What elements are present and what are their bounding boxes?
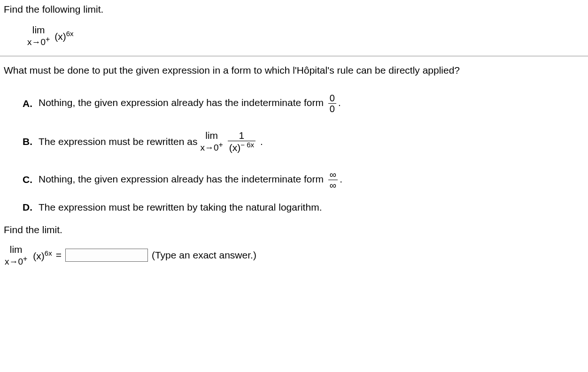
- lim-approach: x→0+: [27, 35, 50, 47]
- final-lim-body: (x)6x: [33, 249, 52, 262]
- intro-text: Find the following limit.: [4, 4, 588, 15]
- choice-b-fraction: 1 (x)− 6x: [228, 130, 255, 153]
- limit-expression: lim x→0+ (x)6x: [4, 24, 588, 47]
- choice-b-label: B.: [23, 136, 39, 147]
- choice-a-label: A.: [23, 98, 39, 109]
- question-text: What must be done to put the given expre…: [4, 65, 588, 76]
- fraction-inf-over-inf: ∞ ∞: [328, 169, 338, 190]
- choice-b[interactable]: B. The expression must be rewritten as l…: [23, 130, 588, 153]
- lim-label: lim: [27, 24, 50, 35]
- equals-sign: =: [56, 250, 62, 261]
- find-limit-heading: Find the limit.: [4, 224, 588, 235]
- choice-d-text: The expression must be rewritten by taki…: [39, 202, 322, 213]
- answer-row: lim x→0+ (x)6x = (Type an exact answer.): [5, 244, 588, 267]
- choice-b-lim: lim x→0+: [200, 130, 223, 153]
- lim-body: (x)6x: [54, 30, 73, 42]
- final-lim: lim x→0+: [5, 244, 27, 267]
- answer-hint: (Type an exact answer.): [152, 250, 256, 261]
- choice-c-label: C.: [23, 174, 39, 185]
- choice-c-text: Nothing, the given expression already ha…: [39, 169, 342, 190]
- choice-d[interactable]: D. The expression must be rewritten by t…: [23, 202, 588, 213]
- divider: [0, 56, 588, 56]
- choice-c[interactable]: C. Nothing, the given expression already…: [23, 169, 588, 190]
- answer-input[interactable]: [65, 249, 148, 262]
- choice-a[interactable]: A. Nothing, the given expression already…: [23, 93, 588, 114]
- fraction-0-over-0: 0 0: [328, 93, 336, 114]
- choice-list: A. Nothing, the given expression already…: [23, 93, 588, 213]
- choice-d-label: D.: [23, 202, 39, 213]
- choice-a-text: Nothing, the given expression already ha…: [39, 93, 341, 114]
- choice-b-text: The expression must be rewritten as lim …: [39, 130, 263, 153]
